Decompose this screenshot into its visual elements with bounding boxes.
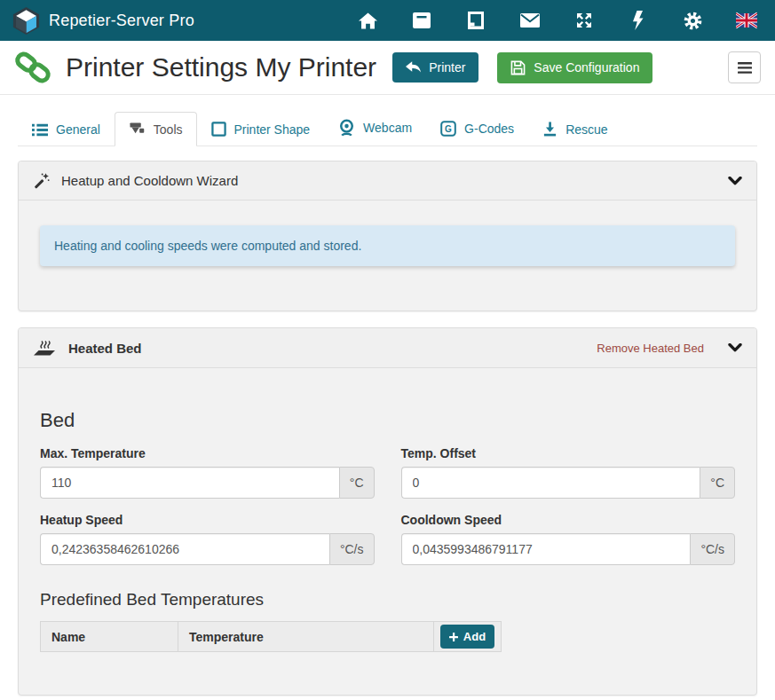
max-temperature-input[interactable] <box>40 467 339 499</box>
column-header-name: Name <box>41 622 178 652</box>
list-icon <box>32 123 48 137</box>
save-button-label: Save Configuration <box>534 60 639 75</box>
max-temperature-field: Max. Temperature °C <box>40 446 375 499</box>
power-icon[interactable] <box>628 10 649 31</box>
app-logo-icon <box>12 7 40 35</box>
cooldown-speed-field: Cooldown Speed °C/s <box>401 513 736 565</box>
reply-arrow-icon <box>406 61 421 74</box>
wizard-status-alert: Heating and cooling speeds were computed… <box>40 225 735 266</box>
plus-icon <box>449 633 458 641</box>
settings-tabs: General Tools Printer Shape Webcam G G-C… <box>18 109 757 146</box>
tab-webcam[interactable]: Webcam <box>324 109 426 146</box>
predefined-bed-temperatures-title: Predefined Bed Temperatures <box>40 590 735 610</box>
magic-wand-icon <box>33 172 50 189</box>
settings-gear-icon[interactable] <box>682 10 703 31</box>
square-outline-icon <box>211 122 226 137</box>
link-icon <box>14 49 51 86</box>
cooldown-speed-unit: °C/s <box>690 533 735 565</box>
heated-bed-icon <box>33 339 57 357</box>
tab-label: Rescue <box>565 122 607 137</box>
tab-label: Tools <box>154 122 183 137</box>
print-queue-icon[interactable] <box>465 10 486 31</box>
webcam-icon <box>338 119 355 137</box>
temp-offset-input[interactable] <box>401 467 700 499</box>
heatup-speed-unit: °C/s <box>329 533 375 565</box>
heatup-cooldown-wizard-panel: Heatup and Cooldown Wizard Heating and c… <box>18 161 757 311</box>
page-title: Printer Settings My Printer <box>66 52 376 83</box>
svg-text:G: G <box>445 124 452 134</box>
remove-heated-bed-link[interactable]: Remove Heated Bed <box>597 342 704 355</box>
column-header-action: Add <box>434 622 502 652</box>
heatup-speed-label: Heatup Speed <box>40 513 375 527</box>
temp-offset-unit: °C <box>700 467 735 499</box>
bed-settings-grid: Max. Temperature °C Temp. Offset °C Heat… <box>40 446 735 565</box>
heated-bed-panel-header[interactable]: Heated Bed Remove Heated Bed <box>19 328 756 368</box>
wizard-panel-title: Heatup and Cooldown Wizard <box>61 173 238 188</box>
column-header-temperature: Temperature <box>178 622 434 652</box>
tab-label: Printer Shape <box>234 122 311 137</box>
tab-label: Webcam <box>363 121 412 135</box>
fullscreen-icon[interactable] <box>573 10 595 31</box>
add-temperature-button[interactable]: Add <box>440 625 494 649</box>
header-actions: Printer Save Configuration <box>392 52 652 83</box>
bed-section-title: Bed <box>40 409 735 432</box>
extruder-icon <box>129 122 146 137</box>
temp-offset-label: Temp. Offset <box>401 446 736 460</box>
tab-rescue[interactable]: Rescue <box>528 112 621 146</box>
heated-bed-panel-body: Bed Max. Temperature °C Temp. Offset °C … <box>19 409 756 695</box>
wizard-panel-header[interactable]: Heatup and Cooldown Wizard <box>19 161 756 201</box>
rescue-icon <box>542 122 558 137</box>
brand[interactable]: Repetier-Server Pro <box>12 7 194 35</box>
tab-general[interactable]: General <box>18 113 115 146</box>
heatup-speed-field: Heatup Speed °C/s <box>40 513 375 565</box>
messages-icon[interactable] <box>519 10 541 31</box>
wizard-collapse-chevron-icon[interactable] <box>728 177 742 185</box>
gcode-icon: G <box>440 121 456 137</box>
cooldown-speed-label: Cooldown Speed <box>401 513 736 527</box>
home-icon[interactable] <box>357 10 378 31</box>
cooldown-speed-input[interactable] <box>401 533 691 565</box>
heated-bed-panel-title: Heated Bed <box>68 341 142 356</box>
printer-back-button[interactable]: Printer <box>392 52 478 83</box>
max-temperature-unit: °C <box>339 467 375 499</box>
add-button-label: Add <box>463 630 486 643</box>
page-header: Printer Settings My Printer Printer Save… <box>0 41 775 95</box>
printers-icon[interactable] <box>411 10 432 31</box>
brand-label: Repetier-Server Pro <box>49 12 194 30</box>
temp-offset-field: Temp. Offset °C <box>401 446 736 499</box>
heated-bed-collapse-chevron-icon[interactable] <box>728 343 742 352</box>
navbar-menu <box>357 10 763 31</box>
save-configuration-button[interactable]: Save Configuration <box>497 52 652 83</box>
tab-label: G-Codes <box>464 122 514 136</box>
tab-label: General <box>56 122 100 137</box>
tab-printer-shape[interactable]: Printer Shape <box>197 112 325 146</box>
max-temperature-label: Max. Temperature <box>40 446 375 460</box>
menu-button[interactable] <box>728 51 761 83</box>
tab-tools[interactable]: Tools <box>115 112 197 146</box>
heatup-speed-input[interactable] <box>40 533 329 565</box>
tab-gcodes[interactable]: G G-Codes <box>426 111 528 146</box>
wizard-panel-body: Heating and cooling speeds were computed… <box>19 201 756 311</box>
language-flag-icon[interactable] <box>736 10 757 31</box>
heated-bed-panel: Heated Bed Remove Heated Bed Bed Max. Te… <box>18 327 757 696</box>
table-header-row: Name Temperature Add <box>41 622 502 652</box>
hamburger-icon <box>738 62 752 74</box>
printer-button-label: Printer <box>429 60 465 75</box>
predefined-temperatures-table: Name Temperature Add <box>40 621 502 652</box>
top-navbar: Repetier-Server Pro <box>0 0 775 41</box>
save-icon <box>510 60 526 75</box>
